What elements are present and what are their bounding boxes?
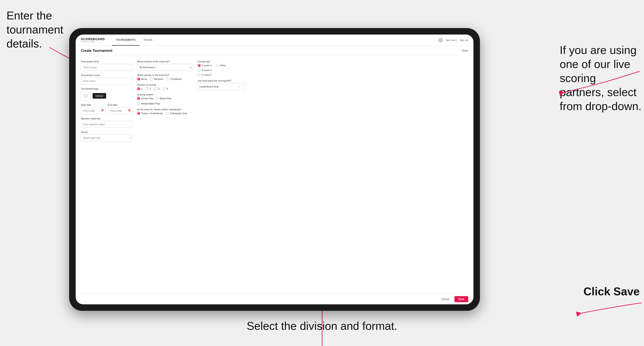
format-other[interactable]: Other — [216, 64, 226, 67]
format-6count4[interactable]: 6 count 4 — [198, 69, 212, 72]
scoring-radio-group: Stroke Play Match Play Medal Match Play — [137, 97, 193, 105]
rounds-radio-group: 1 2 3 4 — [137, 87, 193, 90]
live-scoring-clear[interactable]: × — [238, 85, 240, 88]
round-2[interactable]: 2 — [146, 87, 151, 90]
scoring-group: Scoring system Stroke Play Match Play — [137, 93, 193, 105]
cancel-button[interactable]: Cancel — [438, 296, 452, 302]
scoring-stroke[interactable]: Stroke Play — [137, 97, 153, 100]
brand-title: SCOREBOARD — [81, 37, 105, 41]
page-header: Create Tournament ‹ Back — [76, 46, 474, 56]
teams-individuals[interactable]: Individuals Only — [166, 112, 187, 115]
round-1[interactable]: 1 — [137, 87, 142, 90]
date-row: Start date 📅 End date 📅 — [81, 104, 133, 114]
format-6count5-label: 6 count 5 — [202, 74, 212, 76]
logo-preview — [81, 91, 90, 101]
round-2-label: 2 — [150, 87, 151, 90]
navbar-brand: SCOREBOARD Powered by clippit — [81, 37, 105, 43]
division-select[interactable]: NCAA Division I — [137, 64, 193, 71]
navbar: SCOREBOARD Powered by clippit TOURNAMENT… — [76, 34, 474, 46]
division-label: Which division is the event for? — [137, 60, 193, 63]
annotation-topleft: Enter the tournament details. — [6, 9, 76, 51]
venue-input[interactable] — [81, 135, 133, 141]
live-scoring-input[interactable]: Leaderboard King × ⋮ — [198, 83, 245, 90]
calendar-icon-end: 📅 — [128, 109, 131, 112]
scoring-match-dot — [156, 97, 158, 100]
tournament-name-label: Tournament name — [81, 74, 133, 76]
teams-teams[interactable]: Teams (+Individuals) — [137, 112, 163, 115]
tournament-host-input[interactable] — [81, 64, 133, 71]
division-group: Which division is the event for? NCAA Di… — [137, 60, 193, 71]
teams-individuals-dot — [166, 112, 169, 115]
format-type-options: 5 count 4 6 count 4 6 count 5 — [198, 64, 245, 76]
tablet-frame: SCOREBOARD Powered by clippit TOURNAMENT… — [69, 28, 480, 311]
calendar-icon: 📅 — [101, 109, 104, 112]
gender-group: Which gender is the event for? Mens Wome… — [137, 74, 193, 81]
format-5count4[interactable]: 5 count 4 — [198, 64, 212, 67]
scoring-stroke-dot — [137, 97, 140, 100]
sponsor-group: Sponsor (optional) — [81, 117, 133, 128]
scoring-stroke-label: Stroke Play — [141, 97, 153, 100]
annotation-bottom: Select the division and format. — [247, 319, 397, 333]
rounds-group: Number of rounds 1 2 3 — [137, 84, 193, 90]
gender-womens[interactable]: Womens — [150, 77, 164, 81]
end-date-group: End date 📅 — [108, 104, 133, 114]
scoring-medal-label: Medal Match Play — [141, 102, 160, 105]
format-other-label: Other — [220, 64, 226, 67]
scoring-match-label: Match Play — [160, 97, 171, 100]
live-scoring-label: Use third-party live scoring API? — [198, 79, 245, 82]
teams-individuals-label: Individuals Only — [170, 112, 187, 115]
nav-item-teams[interactable]: TEAMS — [140, 34, 156, 45]
live-scoring-expand[interactable]: ⋮ — [241, 85, 243, 88]
navbar-nav: TOURNAMENTS TEAMS — [112, 34, 156, 45]
round-1-label: 1 — [141, 87, 142, 90]
format-type-group: Format type 5 count 4 6 count 4 — [198, 60, 245, 76]
tournament-host-group: Tournament Host — [81, 60, 133, 71]
tournament-name-input[interactable] — [81, 77, 133, 84]
form-area: Tournament Host Tournament name Tourname… — [76, 56, 474, 294]
tournament-host-label: Tournament Host — [81, 60, 133, 63]
round-3-label: 3 — [158, 87, 159, 90]
user-name: Test User | — [446, 39, 457, 41]
round-3[interactable]: 3 — [154, 87, 159, 90]
live-scoring-group: Use third-party live scoring API? Leader… — [198, 79, 245, 90]
teams-group: Is this event for Teams and/or Individua… — [137, 108, 193, 115]
form-footer: Cancel Save — [76, 294, 474, 304]
form-col-left: Tournament Host Tournament name Tourname… — [81, 60, 133, 289]
venue-select-wrapper — [81, 135, 133, 141]
svg-point-1 — [85, 95, 86, 96]
annotation-topright: If you are using one of our live scoring… — [560, 43, 642, 113]
format-6count5[interactable]: 6 count 5 — [198, 73, 212, 76]
round-2-dot — [146, 87, 148, 90]
nav-item-tournaments[interactable]: TOURNAMENTS — [112, 34, 140, 45]
back-button[interactable]: ‹ Back — [461, 49, 468, 55]
scoring-medal[interactable]: Medal Match Play — [137, 102, 160, 105]
brand-subtitle: Powered by clippit — [81, 41, 105, 43]
signout-link[interactable]: Sign out — [460, 39, 468, 41]
dates-group: Start date 📅 End date 📅 — [81, 104, 133, 114]
scoring-match[interactable]: Match Play — [156, 97, 171, 100]
teams-teams-label: Teams (+Individuals) — [141, 112, 163, 115]
save-button[interactable]: Save — [454, 296, 468, 302]
teams-radio-group: Teams (+Individuals) Individuals Only — [137, 112, 193, 115]
gender-combined-label: Combined — [170, 78, 181, 80]
teams-teams-dot — [137, 112, 140, 115]
format-6count5-dot — [198, 73, 200, 76]
gender-combined-dot — [166, 77, 170, 81]
user-avatar — [438, 38, 443, 42]
navbar-right: Test User | Sign out — [438, 38, 468, 42]
format-5count4-dot — [198, 64, 200, 67]
gender-mens[interactable]: Mens — [137, 77, 147, 81]
venue-group: Venue — [81, 131, 133, 141]
start-date-label: Start date — [81, 104, 106, 106]
sponsor-input[interactable] — [81, 121, 133, 128]
gender-mens-label: Mens — [141, 78, 147, 80]
round-4-dot — [162, 87, 166, 90]
round-4[interactable]: 4 — [162, 87, 168, 90]
gender-womens-label: Womens — [154, 78, 164, 80]
venue-label: Venue — [81, 131, 133, 133]
upload-button[interactable]: Upload — [92, 93, 106, 99]
division-select-wrapper: NCAA Division I — [137, 64, 193, 71]
format-5count4-label: 5 count 4 — [202, 64, 212, 67]
teams-label: Is this event for Teams and/or Individua… — [137, 108, 193, 111]
gender-combined[interactable]: Combined — [166, 77, 181, 81]
